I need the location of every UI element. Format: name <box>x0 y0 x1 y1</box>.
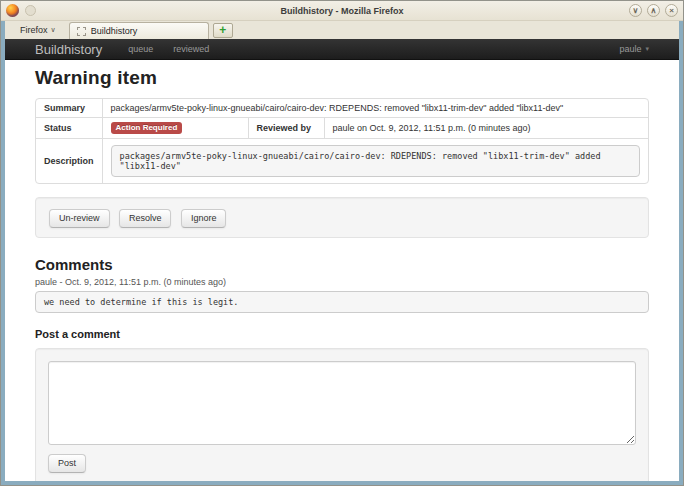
summary-value: packages/armv5te-poky-linux-gnueabi/cair… <box>102 99 648 117</box>
comments-heading: Comments <box>35 256 649 273</box>
app-navbar: Buildhistory queue reviewed paule ▾ <box>5 39 679 60</box>
reviewed-by-label: Reviewed by <box>248 117 324 138</box>
user-menu[interactable]: paule ▾ <box>619 44 649 54</box>
new-tab-button[interactable]: + <box>213 23 233 38</box>
table-row-summary: Summary packages/armv5te-poky-linux-gnue… <box>36 99 648 117</box>
firefox-menu-label: Firefox <box>20 25 48 35</box>
summary-label: Summary <box>36 99 102 117</box>
comment-item: paule - Oct. 9, 2012, 11:51 p.m. (0 minu… <box>35 277 649 313</box>
favicon-placeholder-icon <box>77 27 86 36</box>
tab-strip: Firefox ∨ Buildhistory + <box>5 21 679 39</box>
caret-down-icon: ▾ <box>645 45 649 53</box>
user-name: paule <box>619 44 641 54</box>
actions-well: Un-review Resolve Ignore <box>35 197 649 238</box>
window-title: Buildhistory - Mozilla Firefox <box>1 6 683 16</box>
nav-link-queue[interactable]: queue <box>128 44 153 54</box>
post-comment-heading: Post a comment <box>35 328 649 340</box>
warning-detail-table: Summary packages/armv5te-poky-linux-gnue… <box>35 98 649 184</box>
minimize-button[interactable]: ∨ <box>629 4 642 17</box>
table-row-description: Description packages/armv5te-poky-linux-… <box>36 138 648 183</box>
comment-meta: paule - Oct. 9, 2012, 11:51 p.m. (0 minu… <box>35 277 649 287</box>
table-row-status: Status Action Required Reviewed by paule… <box>36 117 648 138</box>
comment-text: we need to determine if this is legit. <box>35 291 649 313</box>
un-review-button[interactable]: Un-review <box>49 209 110 228</box>
page-title: Warning item <box>35 67 649 89</box>
window-frame: Firefox ∨ Buildhistory + Buildhistory qu… <box>1 21 683 485</box>
status-label: Status <box>36 117 102 138</box>
tab-buildhistory[interactable]: Buildhistory <box>69 22 209 39</box>
firefox-menu-button[interactable]: Firefox ∨ <box>11 22 65 38</box>
browser-window: Buildhistory - Mozilla Firefox ∨ ∧ × Fir… <box>0 0 684 486</box>
maximize-button[interactable]: ∧ <box>647 4 660 17</box>
resolve-button[interactable]: Resolve <box>119 209 172 228</box>
navbar-brand[interactable]: Buildhistory <box>35 42 102 57</box>
page-content: Warning item Summary packages/armv5te-po… <box>5 60 679 481</box>
titlebar: Buildhistory - Mozilla Firefox ∨ ∧ × <box>1 1 683 21</box>
status-badge: Action Required <box>111 122 183 134</box>
close-button[interactable]: × <box>665 4 678 17</box>
description-value: packages/armv5te-poky-linux-gnueabi/cair… <box>111 145 640 177</box>
post-comment-form: Post <box>35 348 649 481</box>
ignore-button[interactable]: Ignore <box>181 209 227 228</box>
chevron-down-icon: ∨ <box>51 26 56 34</box>
tab-title: Buildhistory <box>91 26 138 36</box>
post-button[interactable]: Post <box>48 454 86 473</box>
description-label: Description <box>36 138 102 183</box>
comment-textarea[interactable] <box>48 361 636 445</box>
reviewed-by-value: paule on Oct. 9, 2012, 11:51 p.m. (0 min… <box>324 117 648 138</box>
nav-link-reviewed[interactable]: reviewed <box>173 44 209 54</box>
